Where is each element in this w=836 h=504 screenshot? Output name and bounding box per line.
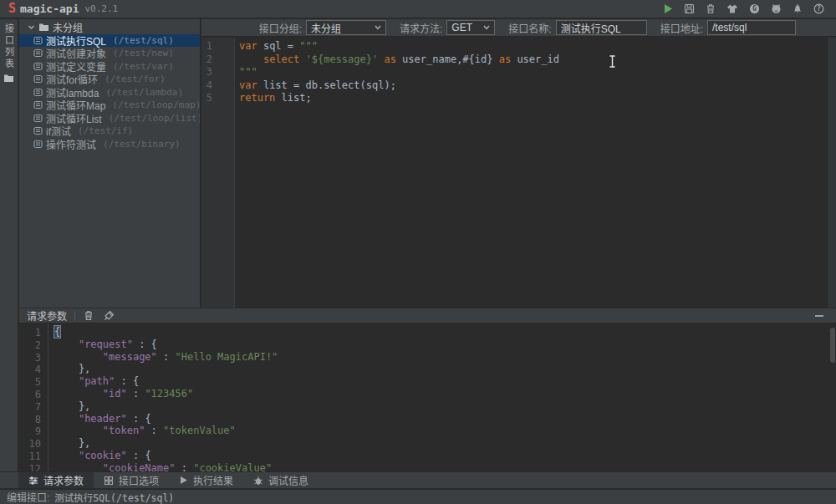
- chevron-down-icon: [375, 25, 381, 30]
- run-icon[interactable]: [663, 3, 673, 14]
- status-value: 测试执行SQL(/test/sql): [54, 491, 174, 504]
- tree-item-path: (/test/binary): [103, 139, 181, 150]
- tree-group-row[interactable]: 未分组: [19, 21, 200, 34]
- api-list-vertical-tab[interactable]: 接口列表: [3, 23, 16, 70]
- api-path-input[interactable]: [707, 20, 796, 35]
- tree-item---test-loop-list-[interactable]: 测试循环List(/test/loop/list): [19, 112, 200, 125]
- request-editor-code-area[interactable]: { "request" : { "message" : "Hello Magic…: [48, 324, 836, 471]
- format-brush-icon[interactable]: [104, 310, 115, 321]
- github-icon[interactable]: [771, 3, 782, 14]
- title-bar: S magic-api v0.2.1 G ?: [0, 0, 836, 18]
- group-select-label: 接口分组:: [259, 21, 302, 35]
- method-select[interactable]: GET: [446, 20, 495, 35]
- api-item-icon: [33, 62, 43, 71]
- line-number: 7: [19, 401, 48, 414]
- method-select-value: GET: [451, 22, 472, 33]
- tree-item---test-if-[interactable]: if测试(/test/if): [19, 125, 200, 138]
- api-tree-panel: 未分组 测试执行SQL(/test/sql)测试创建对象(/test/new)测…: [19, 19, 201, 308]
- tree-item---test-new-[interactable]: 测试创建对象(/test/new): [19, 47, 200, 60]
- status-label: 编辑接口:: [7, 490, 49, 504]
- divider: [74, 311, 75, 321]
- tree-item-list: 测试执行SQL(/test/sql)测试创建对象(/test/new)测试定义变…: [19, 34, 200, 151]
- code-line: "cookie" : {: [54, 450, 836, 462]
- tree-item---test-binary-[interactable]: 操作符测试(/test/binary): [19, 138, 200, 151]
- tab-bug[interactable]: 调试信息: [243, 472, 319, 488]
- notifications-bell-icon[interactable]: [793, 3, 803, 14]
- help-icon[interactable]: ?: [813, 3, 824, 14]
- line-number: 1: [201, 40, 234, 53]
- line-number: 2: [19, 339, 48, 352]
- script-editor: 12345 var sql = """ select '${message}' …: [201, 38, 836, 308]
- code-line: "id" : "123456": [54, 388, 836, 400]
- bottom-tab-bar: 请求参数接口选项执行结果调试信息: [0, 471, 836, 488]
- tree-item-path: (/test/var): [113, 61, 174, 72]
- delete-icon[interactable]: [706, 3, 716, 14]
- tab-play[interactable]: 执行结果: [169, 472, 243, 488]
- tab-label: 执行结果: [193, 473, 233, 487]
- gitee-icon[interactable]: G: [749, 3, 760, 14]
- code-line: "request" : {: [54, 339, 836, 351]
- tree-item---test-var-[interactable]: 测试定义变量(/test/var): [19, 60, 200, 74]
- tab-params[interactable]: 请求参数: [18, 472, 94, 488]
- tree-item-name: 测试lambda: [46, 85, 99, 99]
- tree-item---test-loop-map-[interactable]: 测试循环Map(/test/loop/map): [19, 99, 200, 112]
- request-editor-gutter: 123456789101112: [19, 324, 48, 471]
- line-number: 11: [19, 451, 48, 463]
- group-select-value: 未分组: [311, 21, 341, 35]
- api-name-input[interactable]: [556, 20, 647, 35]
- save-icon[interactable]: [684, 3, 695, 14]
- minimize-panel-icon[interactable]: [814, 311, 824, 321]
- app-logo-icon: S: [8, 3, 16, 15]
- magic-api-window: S magic-api v0.2.1 G ? 接口列表 未分组 测试执行SQL(…: [0, 0, 836, 504]
- code-line: select '${message}' as user_name,#{id} a…: [239, 53, 836, 67]
- app-version: v0.2.1: [84, 3, 118, 14]
- tree-item-name: if测试: [46, 124, 71, 138]
- request-params-editor: 123456789101112 { "request" : { "message…: [19, 324, 836, 471]
- tree-item-name: 测试定义变量: [46, 59, 106, 74]
- bug-icon: [253, 476, 263, 486]
- line-number: 5: [201, 92, 234, 105]
- theme-shirt-icon[interactable]: [726, 3, 738, 14]
- request-editor-scrollbar-thumb[interactable]: [830, 328, 835, 363]
- line-number: 9: [19, 425, 48, 438]
- svg-text:G: G: [752, 5, 757, 13]
- method-select-label: 请求方法:: [400, 21, 442, 35]
- svg-text:?: ?: [817, 5, 821, 13]
- app-title: magic-api: [20, 3, 79, 15]
- status-bar: 编辑接口: 测试执行SQL(/test/sql): [0, 489, 836, 504]
- tool-window-strip: 接口列表: [0, 19, 18, 471]
- code-line: },: [54, 363, 836, 375]
- tab-label: 调试信息: [268, 473, 308, 487]
- editor-scrollbar[interactable]: [828, 38, 836, 308]
- api-toolbar: 接口分组: 未分组 请求方法: GET 接口名称: 接口地址:: [201, 19, 836, 37]
- tree-item---test-lambda-[interactable]: 测试lambda(/test/lambda): [19, 86, 200, 99]
- tree-item-name: 测试创建对象: [46, 46, 106, 60]
- tree-item-path: (/test/new): [113, 48, 174, 59]
- header-toolbar: G ?: [663, 3, 828, 14]
- grid-icon: [104, 476, 114, 486]
- code-line: "path" : {: [54, 375, 836, 388]
- line-number: 8: [19, 414, 48, 426]
- tree-item-name: 测试执行SQL: [46, 33, 106, 48]
- tree-item-name: 测试for循环: [46, 72, 98, 86]
- editor-code-area[interactable]: var sql = """ select '${message}' as use…: [235, 38, 836, 308]
- line-number: 3: [19, 352, 48, 364]
- tree-item-path: (/test/loop/list): [109, 113, 201, 124]
- tab-grid[interactable]: 接口选项: [94, 472, 169, 488]
- line-number: 4: [201, 79, 234, 93]
- api-path-label: 接口地址:: [660, 21, 703, 35]
- api-item-icon: [33, 114, 43, 123]
- request-panel-title: 请求参数: [19, 308, 74, 323]
- api-item-icon: [33, 74, 43, 84]
- tree-item-path: (/test/sql): [113, 35, 174, 46]
- clear-params-trash-icon[interactable]: [84, 310, 94, 321]
- tree-item---test-for-[interactable]: 测试for循环(/test/for): [19, 73, 200, 86]
- line-number: 6: [19, 389, 48, 401]
- tree-item---test-sql-[interactable]: 测试执行SQL(/test/sql): [19, 34, 200, 48]
- api-item-icon: [33, 88, 43, 97]
- code-line: var list = db.select(sql);: [239, 79, 836, 93]
- folder-icon: [38, 23, 49, 32]
- editor-gutter: 12345: [201, 38, 235, 308]
- group-select[interactable]: 未分组: [306, 20, 386, 35]
- api-item-icon: [33, 100, 43, 109]
